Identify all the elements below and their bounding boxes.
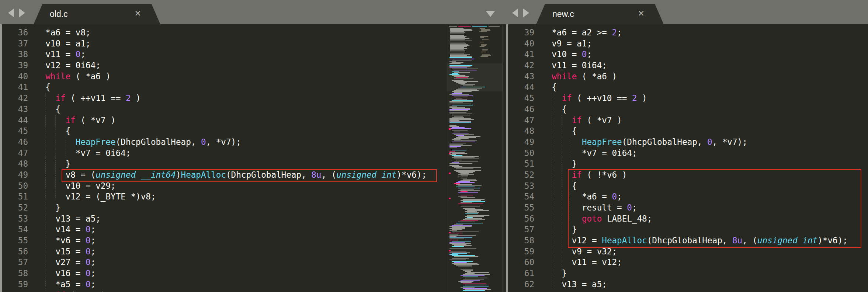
indent-guide bbox=[562, 224, 572, 235]
code-line[interactable]: 40 v9 = a1; bbox=[506, 38, 868, 49]
code-line[interactable]: 52 if ( !*v6 ) bbox=[506, 170, 868, 181]
code-line[interactable]: 55 result = 0; bbox=[506, 202, 868, 213]
code-line[interactable]: 47 if ( *v7 ) bbox=[506, 115, 868, 126]
tab-list-dropdown-icon[interactable] bbox=[486, 11, 495, 17]
code-line[interactable]: 56 goto LABEL_48; bbox=[506, 213, 868, 225]
code-line[interactable]: 58 v12 = HeapAlloc(DhcpGlobalHeap, 8u, (… bbox=[506, 235, 868, 246]
code-line[interactable]: 39 v12 = 0i64; bbox=[0, 60, 447, 71]
line-number: 43 bbox=[506, 71, 534, 82]
indent-guide bbox=[562, 115, 572, 126]
code-line[interactable]: 45 if ( ++v10 == 2 ) bbox=[506, 93, 868, 104]
code-line[interactable]: 46 { bbox=[506, 104, 868, 115]
line-number: 46 bbox=[0, 137, 28, 148]
minimap[interactable] bbox=[447, 24, 503, 292]
code-line[interactable]: 58 v16 = 0; bbox=[0, 268, 447, 279]
code-line[interactable]: 55 *v6 = 0; bbox=[0, 235, 447, 246]
indent-guide bbox=[66, 148, 76, 159]
tab-bar: old.c ✕ new.c ✕ bbox=[0, 0, 868, 24]
code-line[interactable]: 60 v11 = v12; bbox=[506, 257, 868, 268]
close-icon[interactable]: ✕ bbox=[638, 9, 645, 18]
code-line[interactable]: 53 { bbox=[506, 181, 868, 192]
code-line[interactable]: 59 v9 = v32; bbox=[506, 246, 868, 257]
line-number: 44 bbox=[506, 82, 534, 93]
code-line[interactable]: 45 { bbox=[0, 126, 447, 137]
old-code-editor[interactable]: 36 *a6 = v8;37 v10 = a1;38 v11 = 0;39 v1… bbox=[0, 24, 447, 292]
indent-guide bbox=[45, 159, 55, 170]
indent-guide bbox=[66, 137, 76, 148]
indent-guide bbox=[45, 202, 55, 213]
line-number: 39 bbox=[506, 27, 534, 38]
indent-guide bbox=[562, 148, 572, 159]
code-line[interactable]: 60 if ( v16 ) bbox=[0, 290, 447, 292]
next-tab-icon[interactable] bbox=[19, 8, 25, 17]
line-number: 59 bbox=[506, 246, 534, 257]
code-line[interactable]: 53 v13 = a5; bbox=[0, 213, 447, 225]
indent-guide bbox=[45, 279, 55, 290]
indent-guide bbox=[552, 202, 562, 213]
line-number: 51 bbox=[0, 191, 28, 202]
code-line[interactable]: 36 *a6 = v8; bbox=[0, 27, 447, 38]
code-line[interactable]: 51 } bbox=[506, 159, 868, 170]
code-line[interactable]: 40 while ( *a6 ) bbox=[0, 71, 447, 82]
tab-new-c[interactable]: new.c ✕ bbox=[536, 4, 664, 24]
code-line[interactable]: 50 *v7 = 0i64; bbox=[506, 148, 868, 159]
indent-guide bbox=[55, 170, 65, 181]
code-line[interactable]: 48 { bbox=[506, 126, 868, 137]
line-number: 44 bbox=[0, 115, 28, 126]
code-line[interactable]: 49 v8 = (unsigned __int64)HeapAlloc(Dhcp… bbox=[0, 170, 447, 181]
tab-old-c[interactable]: old.c ✕ bbox=[34, 4, 160, 24]
indent-guide bbox=[562, 137, 572, 148]
code-line[interactable]: 41 v10 = 0; bbox=[506, 49, 868, 60]
code-line[interactable]: 38 v11 = 0; bbox=[0, 49, 447, 60]
code-line[interactable]: 52 } bbox=[0, 202, 447, 213]
code-line[interactable]: 42 if ( ++v11 == 2 ) bbox=[0, 93, 447, 104]
line-number: 50 bbox=[0, 181, 28, 192]
line-number: 38 bbox=[0, 49, 28, 60]
code-line[interactable]: 50 v10 = v29; bbox=[0, 181, 447, 192]
indent-guide bbox=[45, 235, 55, 246]
code-line[interactable]: 39 *a6 = a2 >= 2; bbox=[506, 27, 868, 38]
code-line[interactable]: 59 *a5 = 0; bbox=[0, 279, 447, 290]
code-line[interactable]: 54 v14 = 0; bbox=[0, 224, 447, 235]
line-number: 55 bbox=[0, 235, 28, 246]
code-line[interactable]: 43 while ( *a6 ) bbox=[506, 71, 868, 82]
code-line[interactable]: 49 HeapFree(DhcpGlobalHeap, 0, *v7); bbox=[506, 137, 868, 148]
code-line[interactable]: 44 { bbox=[506, 82, 868, 93]
indent-guide bbox=[552, 170, 562, 181]
code-line[interactable]: 62 v13 = a5; bbox=[506, 279, 868, 290]
new-pane-scrollbar[interactable] bbox=[506, 24, 508, 292]
code-line[interactable]: 57 } bbox=[506, 224, 868, 235]
line-number: 42 bbox=[0, 93, 28, 104]
indent-guide bbox=[45, 257, 55, 268]
code-line[interactable]: 48 } bbox=[0, 159, 447, 170]
code-line[interactable]: 57 v27 = 0; bbox=[0, 257, 447, 268]
close-icon[interactable]: ✕ bbox=[135, 9, 141, 18]
code-line[interactable]: 44 if ( *v7 ) bbox=[0, 115, 447, 126]
left-pane-tab-nav bbox=[8, 8, 25, 18]
code-line[interactable]: 43 { bbox=[0, 104, 447, 115]
code-line[interactable]: 61 } bbox=[506, 268, 868, 279]
old-pane-scrollbar[interactable] bbox=[0, 24, 2, 292]
code-line[interactable]: 37 v10 = a1; bbox=[0, 38, 447, 49]
indent-guide bbox=[45, 126, 55, 137]
code-line[interactable]: 54 *a6 = 0; bbox=[506, 191, 868, 202]
code-line[interactable]: 46 HeapFree(DhcpGlobalHeap, 0, *v7); bbox=[0, 137, 447, 148]
line-number: 61 bbox=[506, 268, 534, 279]
indent-guide bbox=[552, 279, 562, 290]
indent-guide bbox=[562, 126, 572, 137]
new-code-editor[interactable]: 39 *a6 = a2 >= 2;40 v9 = a1;41 v10 = 0;4… bbox=[506, 24, 868, 292]
indent-guide bbox=[45, 290, 55, 292]
tab-new-c-label: new.c bbox=[552, 9, 574, 19]
diff-window: old.c ✕ new.c ✕ 36 *a6 = v8;37 v10 = a1;… bbox=[0, 0, 868, 292]
prev-tab-icon[interactable] bbox=[8, 8, 14, 17]
next-tab-icon[interactable] bbox=[523, 8, 529, 17]
code-line[interactable]: 47 *v7 = 0i64; bbox=[0, 148, 447, 159]
prev-tab-icon[interactable] bbox=[512, 8, 518, 17]
indent-guide bbox=[45, 181, 55, 192]
new-file-pane: 39 *a6 = a2 >= 2;40 v9 = a1;41 v10 = 0;4… bbox=[506, 24, 868, 292]
code-line[interactable]: 51 v12 = (_BYTE *)v8; bbox=[0, 191, 447, 202]
indent-guide bbox=[45, 191, 55, 202]
code-line[interactable]: 56 v15 = 0; bbox=[0, 246, 447, 257]
code-line[interactable]: 41 { bbox=[0, 82, 447, 93]
code-line[interactable]: 42 v11 = 0i64; bbox=[506, 60, 868, 71]
